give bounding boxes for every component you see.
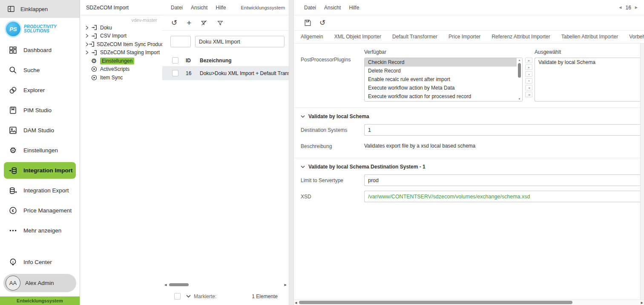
tree-item-item-sync-products[interactable]: SDZeCOM Item Sync Products [80,40,162,49]
tab-referenz-attribut-importer[interactable]: Referenz Attribut Importer [486,31,555,43]
import-node-icon [91,33,98,39]
tab-price-importer[interactable]: Price Importer [443,31,486,43]
list-item[interactable]: Execute workflow action for processed re… [365,92,517,101]
select-all-checkbox[interactable] [172,57,178,64]
avatar: AA [6,276,20,290]
move-down-button[interactable]: ▼ [525,78,532,84]
tree-item-einstellungen[interactable]: ⚙ Einstellungen [80,57,162,65]
table-row[interactable]: 16 Doku>Doku XML Import + Default Transf… [162,66,289,80]
filter-button[interactable] [217,20,224,26]
search-input[interactable] [195,36,285,47]
next-record-icon[interactable]: ▶ [635,6,638,9]
tree-title: SDZeCOM Import [80,0,162,15]
import-node-icon [91,24,98,31]
menu-ansicht[interactable]: Ansicht [191,5,207,11]
scroll-left-icon[interactable]: ◀ [164,283,167,286]
refresh-button[interactable]: ↺ [171,19,177,26]
sidebar-item-suche[interactable]: Suche [0,60,80,80]
menu-hilfe[interactable]: Hilfe [349,5,359,11]
menu-datei[interactable]: Datei [304,5,316,11]
menu-ansicht[interactable]: Ansicht [324,5,341,11]
section-validate-schema-destination-1[interactable]: Validate by local Schema Destination Sys… [294,158,640,170]
reload-button[interactable]: ↺ [319,19,325,26]
scroll-right-icon[interactable]: ▶ [284,283,288,286]
scroll-thumb[interactable] [169,283,189,286]
marked-checkbox[interactable] [174,293,181,299]
plugin-dual-list: Verfügbar Checkin Record Delete Record E… [364,49,640,102]
list-item[interactable]: Execute workflow action by Meta Data [365,84,517,92]
list-item[interactable]: Checkin Record [365,58,517,67]
tab-vorbehandlung[interactable]: Vorbehandlung [624,31,644,43]
move-right-button[interactable]: ▶ [525,64,532,70]
scroll-thumb[interactable] [518,63,521,78]
menu-hilfe[interactable]: Hilfe [216,5,226,11]
import-node-icon [89,41,95,47]
sidebar-item-price-management[interactable]: € Price Management [0,200,80,221]
tab-content: PostProcessorPlugins Verfügbar Checkin R… [294,44,644,305]
panel-divider[interactable] [289,0,294,305]
scroll-up-icon[interactable]: ▲ [518,58,521,62]
chevron-right-icon[interactable] [86,42,89,46]
chevron-down-icon[interactable] [186,295,191,298]
column-bezeichnung: Bezeichnung [200,58,232,64]
move-up-button[interactable]: ▲ [525,71,532,77]
tree-item-item-sync[interactable]: Item Sync [80,73,162,82]
filter-icon [217,20,224,26]
row-checkbox[interactable] [172,70,178,76]
tree-item-csv-import[interactable]: CSV Import [80,32,162,41]
sidebar-item-dam-studio[interactable]: DAM Studio [0,120,80,140]
sidebar-item-integration-import[interactable]: Integration Import [4,162,76,179]
tab-allgemein[interactable]: Allgemein [294,31,329,43]
tree-item-doku[interactable]: Doku [80,23,162,32]
collapse-sidebar-button[interactable]: Einklappen [0,0,80,18]
list-item[interactable]: Enable recalc rule event after import [365,75,517,84]
scroll-left-icon[interactable]: ◀ [294,301,298,304]
selected-listbox[interactable]: Validate by local Schema [535,58,640,102]
move-first-button[interactable]: ▶| [525,58,532,63]
save-button[interactable] [304,19,311,26]
dashboard-icon [8,46,18,55]
scroll-thumb[interactable] [299,301,572,304]
section-validate-schema[interactable]: Validate by local Schema [294,108,640,119]
tree-item-activescripts[interactable]: ActiveScripts [80,65,162,74]
previous-record-icon[interactable]: ◀ [619,6,621,9]
move-left-button[interactable]: ◀ [525,85,532,90]
limit-servertype-input[interactable] [364,174,644,186]
scroll-right-icon[interactable]: ▶ [640,301,644,304]
destination-systems-input[interactable] [364,124,644,136]
clear-filter-button[interactable] [201,20,207,26]
chevron-right-icon[interactable] [86,34,91,38]
brand-logo[interactable]: PS PRODUCTIVITYSOLUTIONS [0,18,80,40]
tree-item-staging-import[interactable]: SDZeCOM Staging Import [80,49,162,57]
scroll-down-icon[interactable]: ▼ [518,97,521,101]
move-last-button[interactable]: |◀ [525,92,532,97]
id-filter-input[interactable] [170,36,191,47]
list-item[interactable]: Validate by local Schema [535,58,640,67]
sidebar-item-info-center[interactable]: Info Center [0,253,80,271]
sidebar-item-label: Suche [23,67,40,73]
tab-xml-objekt-importer[interactable]: XML Objekt Importer [329,31,387,43]
detail-vertical-scrollbar[interactable] [640,44,644,299]
add-button[interactable]: + [187,19,191,27]
chevron-right-icon[interactable] [86,26,91,30]
list-toolbar: ↺ + [162,15,289,31]
sidebar-item-dashboard[interactable]: Dashboard [0,40,80,60]
sidebar-item-einstellungen[interactable]: ⚙ Einstellungen [0,140,80,160]
sidebar-item-integration-export[interactable]: Integration Export [0,180,80,200]
tab-tabellen-attribut-importer[interactable]: Tabellen Attribut Importer [556,31,624,43]
list-item[interactable]: Delete Record [365,67,517,75]
selected-label: Ausgewählt [535,49,640,55]
menu-datei[interactable]: Datei [171,5,183,11]
sidebar-item-mehr-anzeigen[interactable]: Mehr anzeigen [0,221,80,241]
list-horizontal-scrollbar[interactable]: ◀ ▶ [164,282,288,288]
xsd-path-input[interactable] [364,191,644,202]
chevron-right-icon[interactable] [86,50,91,55]
user-menu[interactable]: AA Alex Admin [3,274,76,292]
sidebar-item-pim-studio[interactable]: PIM Studio [0,100,80,120]
detail-horizontal-scrollbar[interactable]: ◀ ▶ [294,299,644,305]
sidebar-item-label: Price Management [23,207,72,214]
listbox-scrollbar[interactable]: ▲ ▼ [517,58,522,101]
sidebar-item-explorer[interactable]: Explorer [0,80,80,100]
available-listbox[interactable]: Checkin Record Delete Record Enable reca… [364,58,523,102]
tab-default-transformer[interactable]: Default Transformer [387,31,443,43]
